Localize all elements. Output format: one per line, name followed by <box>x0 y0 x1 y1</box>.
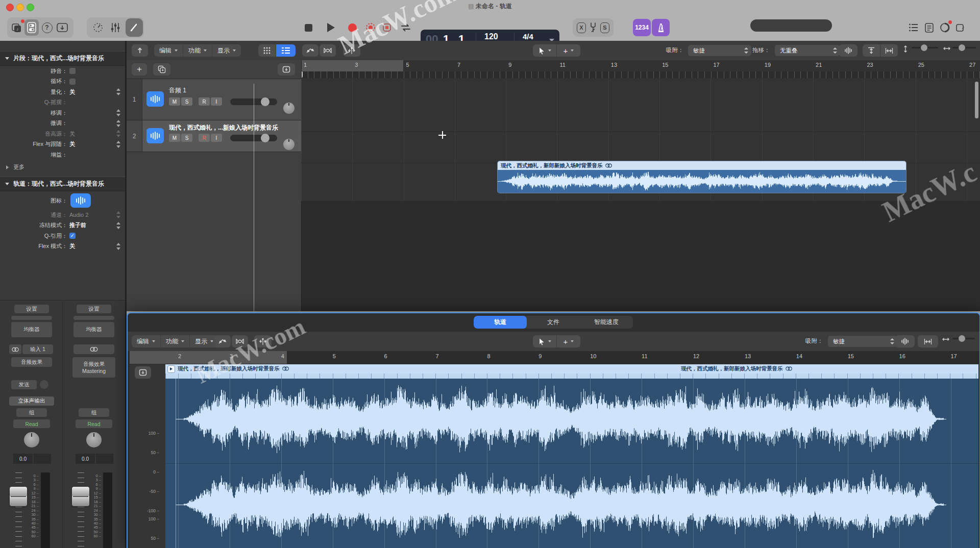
inspector-more-row[interactable]: 更多 <box>0 162 125 173</box>
horizontal-auto-zoom-icon[interactable] <box>880 44 898 57</box>
region-inspector-row[interactable]: 静音： <box>0 66 125 77</box>
strip-group-button[interactable]: 组 <box>79 408 109 417</box>
peak-value[interactable] <box>96 454 113 464</box>
menu-edit[interactable]: 编辑 <box>154 44 183 57</box>
cycle-range[interactable] <box>302 60 403 71</box>
snap-dropdown[interactable]: 敏捷 <box>828 336 897 347</box>
track-record-button[interactable]: R <box>199 97 210 106</box>
tab-smart-tempo[interactable]: 智能速度 <box>580 316 633 329</box>
inspector-toggle-icon[interactable] <box>24 19 39 36</box>
audio-region[interactable]: 现代，西式婚礼，新郎新娘入场时背景音乐 <box>498 161 906 193</box>
waveform-zoom-icon[interactable] <box>895 335 915 347</box>
track-mute-button[interactable]: M <box>169 97 180 106</box>
waveform-zoom-icon[interactable] <box>839 44 857 57</box>
solo-badge-icon[interactable]: S <box>599 21 610 34</box>
region-inspector-row[interactable]: Flex 与跟随：关 <box>0 139 125 150</box>
region-inspector-row[interactable]: 微调： <box>0 118 125 129</box>
drag-dropdown[interactable]: 无重叠 <box>775 45 840 56</box>
vertical-zoom-slider[interactable] <box>903 47 938 48</box>
editors-pencil-icon[interactable] <box>126 18 143 37</box>
track-icon[interactable] <box>70 193 91 208</box>
master-volume-slider[interactable] <box>750 19 832 32</box>
note-pads-icon[interactable] <box>923 21 935 34</box>
stop-button[interactable] <box>302 21 314 34</box>
volume-value[interactable]: 0.0 <box>13 454 33 464</box>
send-knob[interactable] <box>40 380 48 389</box>
track-inspector-row[interactable]: Flex 模式：关 <box>0 241 125 252</box>
pan-knob[interactable] <box>24 432 39 447</box>
pointer-tool-menu[interactable] <box>533 335 556 347</box>
strip-input-button[interactable]: 输入 1 <box>22 344 53 354</box>
strip-output-button[interactable]: 立体声输出 <box>9 396 54 406</box>
list-view-icon[interactable] <box>276 44 296 57</box>
playhead-line[interactable] <box>254 84 254 311</box>
menu-view[interactable]: 显示 <box>212 44 241 57</box>
loop-browser-icon[interactable] <box>938 21 951 34</box>
strip-gain-slot[interactable] <box>74 316 114 320</box>
prelisten-play-icon[interactable] <box>167 365 175 373</box>
track-inspector-row[interactable]: 通道：Audio 2 <box>0 210 125 220</box>
strip-setting-button[interactable]: 设置 <box>77 305 111 313</box>
capture-recording-button[interactable] <box>364 21 377 34</box>
secondary-tool-menu[interactable]: + <box>557 335 580 347</box>
vertical-scrollbar[interactable] <box>975 82 978 118</box>
region-inspector-row[interactable]: 移调： <box>0 108 125 118</box>
track-pan-knob[interactable] <box>283 103 295 114</box>
grid-view-icon[interactable] <box>258 44 276 57</box>
menu-edit[interactable]: 编辑 <box>132 335 160 347</box>
track-header-2[interactable]: 2 现代，西式婚礼，...新娘入场时背景音乐 M S R I <box>127 120 301 152</box>
track-header-1[interactable]: 1 音频 1 M S R I <box>127 79 301 120</box>
quick-help-icon[interactable]: ? <box>41 20 53 35</box>
stepper-control[interactable] <box>116 130 121 137</box>
strip-group-button[interactable]: 组 <box>16 408 47 417</box>
automation-icon[interactable] <box>214 335 231 347</box>
volume-value[interactable]: 0.0 <box>76 454 95 464</box>
track-name[interactable]: 音频 1 <box>169 86 186 95</box>
track-icon[interactable] <box>146 91 164 107</box>
track-inspector-row[interactable]: 冻结模式：推子前 <box>0 220 125 231</box>
add-track-button[interactable]: + <box>132 63 147 76</box>
stepper-control[interactable] <box>116 88 121 95</box>
track-pan-knob[interactable] <box>283 139 295 150</box>
track-input-button[interactable]: I <box>211 134 222 142</box>
stepper-control[interactable] <box>116 120 121 127</box>
strip-sends-button[interactable]: 发送 <box>11 380 37 389</box>
play-button[interactable] <box>325 21 337 34</box>
strip-setting-button[interactable]: 设置 <box>14 305 49 313</box>
strip-input-format-icon[interactable] <box>9 344 21 354</box>
library-icon[interactable]: ♪ <box>10 20 23 35</box>
horizontal-zoom-slider[interactable] <box>944 47 976 48</box>
transpose-badge-icon[interactable]: X <box>576 21 587 34</box>
stepper-control[interactable] <box>116 211 121 218</box>
record-button[interactable] <box>346 21 358 34</box>
track-name[interactable]: 现代，西式婚礼，...新娘入场时背景音乐 <box>169 123 297 132</box>
track-inspector-row[interactable]: Q-引用：✓ <box>0 231 125 241</box>
menu-functions[interactable]: 功能 <box>183 44 212 57</box>
strip-automation-mode-button[interactable]: Read <box>13 419 50 428</box>
track-icon[interactable] <box>146 128 164 143</box>
editor-region-header[interactable]: 现代，西式婚礼，新郎新娘入场时背景音乐 现代，西式婚礼，新郎新娘入场时背景音乐 <box>165 364 978 373</box>
region-inspector-row[interactable]: 音高源：关 <box>0 129 125 139</box>
strip-audio-fx-button[interactable]: 音频效果 <box>11 357 52 367</box>
region-header[interactable]: 现代，西式婚礼，新郎新娘入场时背景音乐 <box>498 161 906 170</box>
bar-ruler[interactable]: 13579111315171921232527 <box>301 60 980 79</box>
menu-functions[interactable]: 功能 <box>160 335 189 347</box>
track-header-options-icon[interactable] <box>278 63 295 76</box>
strip-audio-fx-button[interactable]: 音频效果Mastering <box>72 357 115 378</box>
vertical-auto-zoom-icon[interactable] <box>863 44 880 57</box>
track-input-button[interactable]: I <box>211 97 222 106</box>
crossfade-icon[interactable] <box>232 335 248 347</box>
strip-eq-button[interactable]: 均衡器 <box>11 322 52 337</box>
region-inspector-row[interactable]: 量化：关 <box>0 87 125 97</box>
editor-waveform-area[interactable]: 现代，西式婚礼，新郎新娘入场时背景音乐 现代，西式婚礼，新郎新娘入场时背景音乐 <box>165 364 978 548</box>
region-inspector-checkbox[interactable] <box>69 79 76 85</box>
fit-zoom-icon[interactable] <box>918 335 938 347</box>
strip-gain-slot[interactable] <box>11 316 52 320</box>
strip-automation-mode-button[interactable]: Read <box>76 419 112 428</box>
region-inspector-row[interactable]: Q-摇摆： <box>0 97 125 108</box>
tab-file[interactable]: 文件 <box>527 316 580 329</box>
snap-dropdown[interactable]: 敏捷 <box>688 45 751 56</box>
media-browser-icon[interactable]: ♪ <box>954 21 969 34</box>
track-inspector-row[interactable]: 图标： <box>0 191 125 210</box>
strip-input-format-icon[interactable] <box>74 344 114 354</box>
